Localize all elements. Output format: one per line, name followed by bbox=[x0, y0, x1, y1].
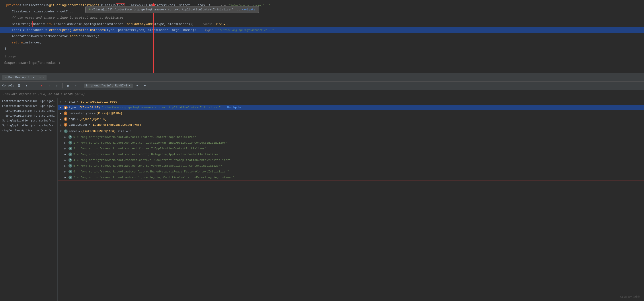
args-key: args bbox=[69, 118, 76, 121]
thread-item-6[interactable]: ringBootDemoApplication (com.fanh... bbox=[0, 128, 58, 133]
icon-lines-btn[interactable]: ≡ bbox=[73, 83, 78, 89]
expand-item-7[interactable]: ▶ bbox=[64, 176, 68, 179]
tab-close-btn[interactable]: × bbox=[42, 76, 44, 79]
item2-icon: ≡ bbox=[68, 147, 72, 150]
this-icon: ⊙ bbox=[64, 100, 67, 104]
type-eq: = bbox=[77, 106, 78, 109]
line4-rest: = new LinkedHashSet<>(SpringFactoriesLoa… bbox=[43, 21, 194, 27]
icon-jump-btn[interactable]: ↗ bbox=[54, 83, 60, 89]
filter-icon[interactable]: ▼ bbox=[142, 83, 148, 89]
generic-type: <T> bbox=[19, 2, 25, 8]
expression-bar[interactable]: Evaluate expression (⌥F8) or add a watch… bbox=[0, 90, 644, 98]
code-editor: private <T> Collection<T> getSpringFacto… bbox=[0, 0, 644, 73]
icon-up1-btn[interactable]: ⬆ bbox=[24, 83, 30, 89]
item6-val: 6 = "org.springframework.boot.autoconfig… bbox=[73, 170, 229, 173]
thread-item-5[interactable]: SpringApplication (org.springframew... bbox=[0, 123, 58, 128]
thread-item-1[interactable]: FactoriesInstances:424, SpringApplic... bbox=[0, 104, 58, 108]
names-item-4[interactable]: ▶ ≡ 4 = "org.springframework.boot.rsocke… bbox=[58, 157, 644, 163]
args-eq: = bbox=[76, 118, 78, 121]
classloader-val: {Launcher$AppClassLoader@756} bbox=[91, 123, 142, 126]
expand-args[interactable]: ▶ bbox=[60, 118, 63, 120]
var-args-row[interactable]: ▶ p args = {Object[0]@1185} bbox=[58, 116, 644, 122]
names-icon: ≡ bbox=[64, 130, 68, 133]
item2-val: 2 = "org.springframework.boot.context.Co… bbox=[73, 147, 206, 150]
tooltip-plus: + bbox=[89, 8, 91, 12]
var-classloader-row[interactable]: ▶ p classLoader = {Launcher$AppClassLoad… bbox=[58, 122, 644, 128]
var-type-row[interactable]: ▶ p type = {Class@1163} "interface org.s… bbox=[58, 104, 644, 110]
names-item-0[interactable]: ▶ ≡ 0 = "org.springframework.boot.devtoo… bbox=[58, 134, 644, 140]
code-line-3: // Use names and ensure unique to protec… bbox=[0, 15, 644, 21]
args-icon: p bbox=[64, 117, 67, 121]
expand-type[interactable]: ▶ bbox=[60, 106, 63, 109]
type-navigate-link[interactable]: Navigate bbox=[227, 106, 241, 109]
debug-tab[interactable]: ngBootDemoApplication × bbox=[2, 75, 46, 80]
thread-item-0[interactable]: FactoriesInstances:431, SpringApplic... bbox=[0, 99, 58, 104]
parametertypes-eq: = bbox=[94, 112, 96, 115]
return-kw: return bbox=[4, 40, 23, 46]
tab-name: ngBootDemoApplication bbox=[5, 76, 41, 79]
var-names-row[interactable]: ▼ ≡ names = {LinkedHashSet@1186} size = … bbox=[58, 128, 644, 134]
thread-item-4[interactable]: SpringApplication (org.springframew... bbox=[0, 118, 58, 123]
names-item-3[interactable]: ▶ ≡ 3 = "org.springframework.boot.contex… bbox=[58, 152, 644, 157]
tooltip-navigate-link[interactable]: Navigate bbox=[242, 8, 255, 11]
names-item-5[interactable]: ▶ ≡ 5 = "org.springframework.boot.web.co… bbox=[58, 163, 644, 169]
expand-item-3[interactable]: ▶ bbox=[64, 153, 68, 156]
suppress-line: @SuppressWarnings("unchecked") bbox=[0, 60, 644, 66]
thread-list: FactoriesInstances:431, SpringApplic... … bbox=[0, 98, 58, 301]
expand-this[interactable]: ▶ bbox=[60, 100, 63, 103]
item4-val: 4 = "org.springframework.boot.rsocket.co… bbox=[73, 158, 231, 162]
var-this-row[interactable]: ▶ ⊙ this = {SpringApplication@930} bbox=[58, 99, 644, 104]
type-key: type bbox=[69, 106, 76, 109]
expand-item-6[interactable]: ▶ bbox=[64, 170, 68, 173]
names-item-2[interactable]: ▶ ≡ 2 = "org.springframework.boot.contex… bbox=[58, 146, 644, 152]
expand-names[interactable]: ▼ bbox=[60, 130, 63, 132]
expand-item-5[interactable]: ▶ bbox=[64, 164, 68, 167]
icon-list-btn[interactable]: ☰ bbox=[16, 83, 22, 89]
tooltip-ellipsis: ... bbox=[235, 8, 240, 11]
set-decl: Set<String> bbox=[4, 21, 32, 27]
names-key: names bbox=[69, 130, 78, 133]
code-line-4: Set<String> names = new LinkedHashSet<>(… bbox=[0, 21, 644, 27]
usage-label: 1 usage bbox=[4, 54, 16, 60]
thread-item-3[interactable]: , SpringApplication (org.springframe... bbox=[0, 114, 58, 118]
sort-call: AnnotationAwareOrderComparator.sort(inst… bbox=[4, 33, 100, 40]
icon-down-btn[interactable]: ⬇ bbox=[31, 83, 37, 89]
thread-text-4: SpringApplication (org.springframew... bbox=[2, 119, 58, 122]
expand-item-4[interactable]: ▶ bbox=[64, 159, 68, 162]
icon-grid-btn[interactable]: ▦ bbox=[65, 83, 71, 89]
thread-text-3: , SpringApplication (org.springframe... bbox=[2, 114, 58, 118]
item5-icon: ≡ bbox=[68, 164, 72, 168]
icon-down2-btn[interactable]: ⬇ bbox=[39, 83, 44, 89]
debug-panel: ngBootDemoApplication × Console ☰ ⬆ ⬇ ⬇ … bbox=[0, 73, 644, 301]
icon-up2-btn[interactable]: ⬆ bbox=[46, 83, 52, 89]
thread-filter-icon: ⏷ bbox=[128, 84, 131, 87]
names-item-7[interactable]: ▶ ≡ 7 = "org.springframework.boot.autoco… bbox=[58, 174, 644, 180]
debug-toolbar: Console ☰ ⬆ ⬇ ⬇ ⬆ ↗ ▦ ≡ in group "main":… bbox=[0, 82, 644, 90]
tab-bar: ngBootDemoApplication × bbox=[0, 74, 644, 82]
debug-content: FactoriesInstances:431, SpringApplic... … bbox=[0, 98, 644, 301]
expand-item-2[interactable]: ▶ bbox=[64, 147, 68, 150]
names-item-1[interactable]: ▶ ≡ 1 = "org.springframework.boot.contex… bbox=[58, 140, 644, 146]
thread-text-5: SpringApplication (org.springframew... bbox=[2, 124, 58, 127]
type-ellipsis: ... bbox=[221, 106, 226, 109]
thread-dropdown[interactable]: in group "main": RUNNING ⏷ bbox=[84, 84, 133, 88]
names-section: ▼ ≡ names = {LinkedHashSet@1186} size = … bbox=[58, 128, 644, 180]
args-val: {Object[0]@1185} bbox=[79, 118, 107, 121]
thread-text-6: ringBootDemoApplication (com.fanh... bbox=[2, 129, 58, 132]
filter-btn[interactable]: ⏷ bbox=[134, 83, 140, 89]
names-item-6[interactable]: ▶ ≡ 6 = "org.springframework.boot.autoco… bbox=[58, 169, 644, 174]
expand-parametertypes[interactable]: ▶ bbox=[60, 112, 63, 115]
var-parametertypes-row[interactable]: ▶ p parameterTypes = {Class[0]@1184} bbox=[58, 110, 644, 116]
expand-classloader[interactable]: ▶ bbox=[60, 124, 63, 126]
classloader-icon: p bbox=[64, 123, 67, 126]
comment-line: // Use names and ensure unique to protec… bbox=[4, 15, 124, 21]
classloader-eq: = bbox=[89, 123, 90, 126]
thread-item-2[interactable]: , SpringApplication (org.springframe... bbox=[0, 108, 58, 114]
item1-val: 1 = "org.springframework.boot.context.Co… bbox=[73, 141, 227, 144]
tooltip-content: {Class@1163} "interface org.springframew… bbox=[92, 8, 234, 11]
thread-label: in group "main": RUNNING bbox=[86, 84, 127, 87]
classloader-key: classLoader bbox=[69, 123, 88, 126]
expand-item-0[interactable]: ▶ bbox=[64, 136, 68, 138]
expand-item-1[interactable]: ▶ bbox=[64, 142, 68, 144]
toolbar-sep-1 bbox=[62, 83, 62, 88]
